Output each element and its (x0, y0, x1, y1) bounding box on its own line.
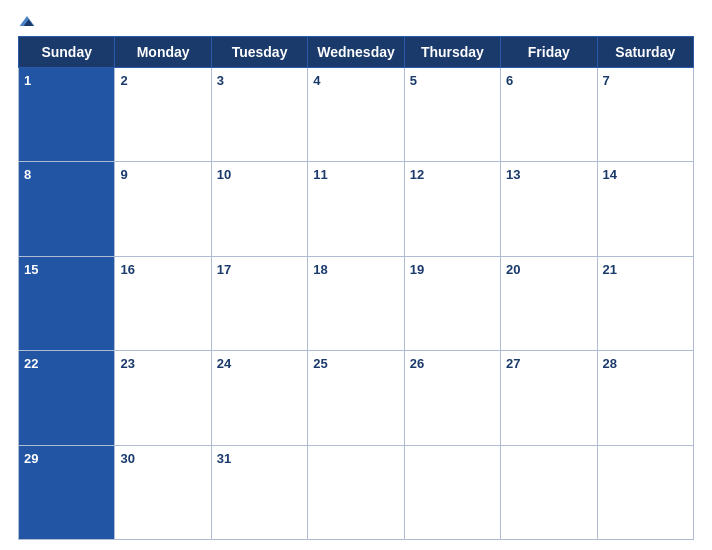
day-number: 16 (120, 262, 134, 277)
day-cell-3: 3 (211, 68, 307, 162)
day-number: 21 (603, 262, 617, 277)
day-number: 22 (24, 356, 38, 371)
day-number: 12 (410, 167, 424, 182)
day-number: 13 (506, 167, 520, 182)
calendar-header (18, 10, 694, 32)
empty-cell (501, 445, 597, 539)
logo (18, 14, 38, 28)
day-cell-29: 29 (19, 445, 115, 539)
week-row-4: 22232425262728 (19, 351, 694, 445)
day-number: 23 (120, 356, 134, 371)
day-number: 9 (120, 167, 127, 182)
day-cell-5: 5 (404, 68, 500, 162)
day-cell-1: 1 (19, 68, 115, 162)
weekday-header-row: SundayMondayTuesdayWednesdayThursdayFrid… (19, 37, 694, 68)
week-row-3: 15161718192021 (19, 256, 694, 350)
day-number: 24 (217, 356, 231, 371)
day-cell-2: 2 (115, 68, 211, 162)
empty-cell (404, 445, 500, 539)
week-row-5: 293031 (19, 445, 694, 539)
day-cell-7: 7 (597, 68, 693, 162)
day-number: 14 (603, 167, 617, 182)
day-cell-6: 6 (501, 68, 597, 162)
day-cell-12: 12 (404, 162, 500, 256)
day-number: 2 (120, 73, 127, 88)
day-cell-13: 13 (501, 162, 597, 256)
day-cell-10: 10 (211, 162, 307, 256)
day-number: 29 (24, 451, 38, 466)
day-cell-22: 22 (19, 351, 115, 445)
day-cell-26: 26 (404, 351, 500, 445)
day-cell-30: 30 (115, 445, 211, 539)
day-number: 10 (217, 167, 231, 182)
day-number: 27 (506, 356, 520, 371)
day-cell-14: 14 (597, 162, 693, 256)
day-number: 8 (24, 167, 31, 182)
day-cell-25: 25 (308, 351, 404, 445)
day-cell-28: 28 (597, 351, 693, 445)
day-number: 28 (603, 356, 617, 371)
weekday-friday: Friday (501, 37, 597, 68)
day-number: 31 (217, 451, 231, 466)
day-number: 5 (410, 73, 417, 88)
day-number: 17 (217, 262, 231, 277)
day-number: 15 (24, 262, 38, 277)
week-row-2: 891011121314 (19, 162, 694, 256)
day-cell-31: 31 (211, 445, 307, 539)
weekday-thursday: Thursday (404, 37, 500, 68)
day-cell-21: 21 (597, 256, 693, 350)
day-cell-19: 19 (404, 256, 500, 350)
day-cell-11: 11 (308, 162, 404, 256)
week-row-1: 1234567 (19, 68, 694, 162)
calendar-table: SundayMondayTuesdayWednesdayThursdayFrid… (18, 36, 694, 540)
day-number: 3 (217, 73, 224, 88)
day-number: 19 (410, 262, 424, 277)
day-number: 1 (24, 73, 31, 88)
day-number: 4 (313, 73, 320, 88)
day-cell-27: 27 (501, 351, 597, 445)
day-number: 20 (506, 262, 520, 277)
day-cell-9: 9 (115, 162, 211, 256)
day-number: 7 (603, 73, 610, 88)
day-cell-20: 20 (501, 256, 597, 350)
day-number: 11 (313, 167, 327, 182)
weekday-wednesday: Wednesday (308, 37, 404, 68)
weekday-tuesday: Tuesday (211, 37, 307, 68)
day-number: 6 (506, 73, 513, 88)
day-cell-4: 4 (308, 68, 404, 162)
weekday-monday: Monday (115, 37, 211, 68)
empty-cell (308, 445, 404, 539)
day-number: 25 (313, 356, 327, 371)
day-cell-23: 23 (115, 351, 211, 445)
day-number: 18 (313, 262, 327, 277)
weekday-sunday: Sunday (19, 37, 115, 68)
day-number: 26 (410, 356, 424, 371)
day-cell-16: 16 (115, 256, 211, 350)
day-cell-15: 15 (19, 256, 115, 350)
weekday-saturday: Saturday (597, 37, 693, 68)
day-cell-17: 17 (211, 256, 307, 350)
day-number: 30 (120, 451, 134, 466)
day-cell-24: 24 (211, 351, 307, 445)
day-cell-8: 8 (19, 162, 115, 256)
day-cell-18: 18 (308, 256, 404, 350)
logo-icon (18, 14, 36, 28)
empty-cell (597, 445, 693, 539)
